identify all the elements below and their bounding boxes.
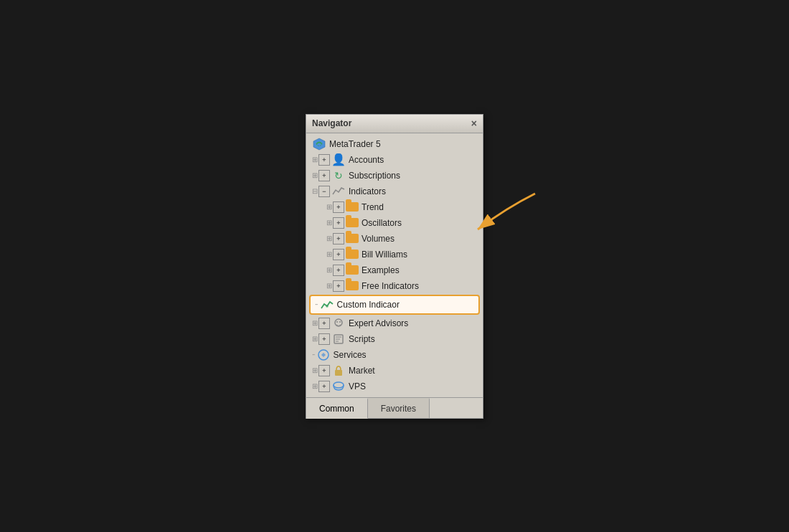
folder-icon-bill-williams: [346, 250, 359, 259]
expand-free-indicators[interactable]: +: [333, 280, 344, 292]
tree-prefix: ⊞: [312, 319, 317, 327]
free-indicators-label: Free Indicators: [362, 281, 419, 291]
tree-prefix: ⊞: [326, 282, 331, 290]
tree-prefix: ⊞: [326, 234, 331, 242]
services-label: Services: [334, 350, 367, 360]
tree-item-services[interactable]: ·· Services: [306, 347, 483, 363]
svg-point-11: [334, 382, 344, 388]
expand-volumes[interactable]: +: [333, 233, 344, 244]
market-icon: [331, 364, 346, 377]
title-bar: Navigator ×: [306, 115, 483, 133]
tree-prefix: ⊞: [326, 203, 331, 211]
expert-advisors-icon: [331, 317, 346, 330]
svg-rect-10: [335, 370, 342, 376]
metatrader-icon: [312, 138, 326, 151]
expand-trend[interactable]: +: [333, 201, 344, 213]
folder-icon-examples: [346, 265, 359, 275]
folder-icon-oscillators: [346, 218, 359, 227]
svg-point-3: [336, 321, 338, 323]
indicators-label: Indicators: [349, 186, 386, 196]
expand-examples[interactable]: +: [333, 265, 344, 276]
tree-item-trend[interactable]: ⊞ + Trend: [306, 199, 483, 215]
tree-root[interactable]: MetaTrader 5: [306, 136, 483, 152]
folder-icon-volumes: [346, 234, 359, 243]
tab-bar: Common Favorites: [306, 397, 483, 418]
vps-icon: [331, 380, 346, 393]
tree-prefix: ⊞: [312, 171, 317, 179]
expert-advisors-label: Expert Advisors: [349, 318, 408, 328]
oscillators-label: Oscillators: [362, 218, 402, 228]
expand-indicators[interactable]: −: [318, 186, 330, 197]
tree-item-free-indicators[interactable]: ⊞ + Free Indicators: [306, 278, 483, 294]
tree-item-examples[interactable]: ⊞ + Examples: [306, 262, 483, 278]
root-label: MetaTrader 5: [329, 139, 381, 149]
scripts-icon: [331, 333, 346, 346]
tree-prefix: ⊞: [312, 382, 317, 390]
folder-icon-free-indicators: [346, 281, 359, 290]
subscriptions-label: Subscriptions: [349, 171, 400, 181]
bill-williams-label: Bill Williams: [362, 250, 407, 260]
navigator-window: Navigator × MetaTrader 5 ⊞ + �: [306, 114, 483, 419]
services-icon: [316, 348, 331, 361]
tree-item-bill-williams[interactable]: ⊞ + Bill Williams: [306, 247, 483, 262]
expand-bill-williams[interactable]: +: [333, 249, 344, 260]
tree-prefix: ⊞: [326, 219, 331, 227]
svg-point-4: [339, 321, 341, 323]
market-label: Market: [349, 366, 375, 376]
tree-item-volumes[interactable]: ⊞ + Volumes: [306, 231, 483, 247]
tree-item-indicators[interactable]: ⊟ − Indicators: [306, 184, 483, 199]
tree-item-vps[interactable]: ⊞ + VPS: [306, 379, 483, 394]
volumes-label: Volumes: [362, 234, 394, 244]
tab-favorites[interactable]: Favorites: [368, 398, 430, 418]
accounts-icon: 👤: [331, 153, 346, 166]
tree-prefix: ··: [312, 351, 315, 358]
indicators-icon: [331, 185, 346, 198]
tab-common[interactable]: Common: [306, 398, 368, 419]
tree-item-custom-indicator[interactable]: ·· Custom Indicaor: [309, 295, 480, 315]
accounts-label: Accounts: [349, 155, 384, 165]
tree-item-accounts[interactable]: ⊞ + 👤 Accounts: [306, 152, 483, 168]
tree-item-oscillators[interactable]: ⊞ + Oscillators: [306, 215, 483, 231]
expand-market[interactable]: +: [318, 365, 330, 376]
tree-item-market[interactable]: ⊞ + Market: [306, 363, 483, 379]
examples-label: Examples: [362, 265, 400, 275]
window-title: Navigator: [312, 118, 351, 128]
tree-prefix: ⊞: [312, 335, 317, 343]
scripts-label: Scripts: [349, 334, 375, 344]
tree-prefix: ··: [315, 300, 318, 308]
tree-item-expert-advisors[interactable]: ⊞ + Expert Advisors: [306, 315, 483, 331]
custom-indicator-label: Custom Indicaor: [337, 300, 400, 310]
expand-accounts[interactable]: +: [318, 154, 330, 166]
custom-indicator-icon: [320, 298, 334, 311]
expand-expert-advisors[interactable]: +: [318, 318, 330, 329]
svg-point-1: [326, 305, 329, 308]
svg-point-2: [335, 319, 342, 326]
tree-prefix: ⊞: [326, 266, 331, 274]
tree-item-scripts[interactable]: ⊞ + Scripts: [306, 331, 483, 347]
folder-icon-trend: [346, 202, 359, 212]
tree-prefix: ⊟: [312, 187, 317, 195]
tree-item-subscriptions[interactable]: ⊞ + ↻ Subscriptions: [306, 168, 483, 184]
svg-marker-0: [313, 138, 325, 150]
close-button[interactable]: ×: [471, 118, 477, 128]
expand-subscriptions[interactable]: +: [318, 170, 330, 181]
tree-prefix: ⊞: [312, 156, 317, 163]
trend-label: Trend: [362, 202, 384, 212]
expand-oscillators[interactable]: +: [333, 217, 344, 229]
expand-vps[interactable]: +: [318, 381, 330, 392]
expand-scripts[interactable]: +: [318, 333, 330, 345]
subscriptions-icon: ↻: [331, 169, 346, 182]
tree-prefix: ⊞: [326, 250, 331, 258]
tree-prefix: ⊞: [312, 366, 317, 374]
tree-container: MetaTrader 5 ⊞ + 👤 Accounts ⊞ + ↻ Subscr…: [306, 133, 483, 397]
vps-label: VPS: [349, 381, 366, 391]
